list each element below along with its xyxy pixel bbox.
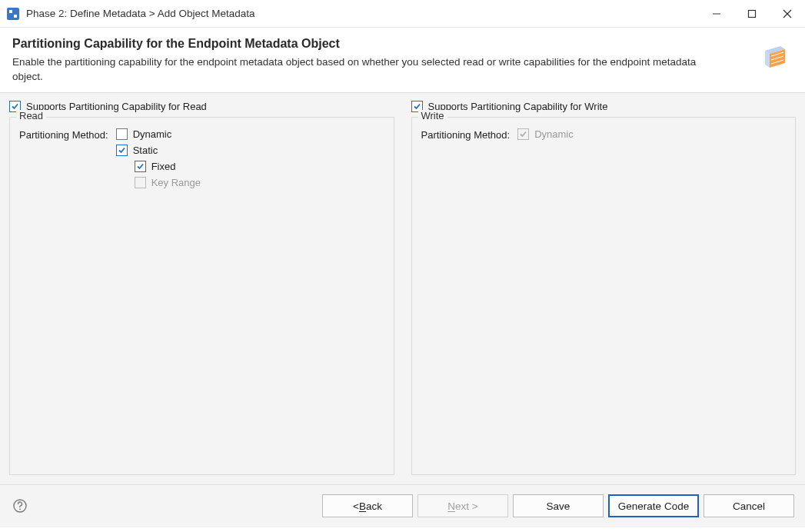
wizard-icon <box>756 37 793 74</box>
read-static-checkbox[interactable] <box>116 145 128 156</box>
svg-rect-1 <box>9 10 12 13</box>
read-static-label: Static <box>133 145 158 156</box>
read-column: Supports Partitioning Capability for Rea… <box>9 101 394 475</box>
read-fieldset: Read Partitioning Method: Dynamic Static <box>9 117 394 475</box>
next-button-suffix: ext > <box>455 500 478 512</box>
read-pm-options: Dynamic Static Fixed <box>116 128 201 188</box>
page-header: Partitioning Capability for the Endpoint… <box>0 28 805 92</box>
save-button[interactable]: Save <box>513 494 604 517</box>
read-keyrange-label: Key Range <box>151 177 201 188</box>
svg-rect-2 <box>14 15 17 18</box>
help-button[interactable] <box>11 497 29 515</box>
write-pm-options: Dynamic <box>517 128 574 140</box>
read-dynamic-label: Dynamic <box>133 128 172 140</box>
write-dynamic-label: Dynamic <box>534 128 574 140</box>
titlebar: Phase 2: Define Metadata > Add Object Me… <box>0 0 805 28</box>
svg-rect-0 <box>7 8 19 20</box>
generate-code-button-label: Generate Code <box>618 500 689 512</box>
next-button-mnemonic: N <box>447 500 455 512</box>
save-button-label: Save <box>547 500 570 512</box>
cancel-button[interactable]: Cancel <box>704 494 794 517</box>
read-fieldset-label: Read <box>16 110 46 121</box>
back-button-prefix: < <box>353 500 359 512</box>
back-button[interactable]: < Back <box>322 494 413 517</box>
read-pm-label: Partitioning Method: <box>19 128 108 141</box>
window-title: Phase 2: Define Metadata > Add Object Me… <box>26 8 255 19</box>
write-fieldset-label: Write <box>418 110 447 121</box>
supports-read-label: Supports Partitioning Capability for Rea… <box>26 101 207 112</box>
read-dynamic-checkbox[interactable] <box>116 128 128 140</box>
write-dynamic-checkbox <box>517 128 529 140</box>
app-icon <box>6 7 20 21</box>
write-column: Supports Partitioning Capability for Wri… <box>411 101 797 475</box>
read-fixed-label: Fixed <box>151 161 176 172</box>
read-keyrange-checkbox <box>135 177 146 188</box>
read-fixed-checkbox[interactable] <box>135 161 146 172</box>
window-controls <box>699 0 805 28</box>
back-button-mnemonic: B <box>359 500 366 512</box>
page-description: Enable the partitioning capability for t… <box>12 55 704 85</box>
write-fieldset: Write Partitioning Method: Dynamic <box>411 117 797 475</box>
write-pm-label: Partitioning Method: <box>421 128 511 141</box>
page-title: Partitioning Capability for the Endpoint… <box>12 37 748 51</box>
next-button: Next > <box>417 494 508 517</box>
close-button[interactable] <box>770 0 805 28</box>
generate-code-button[interactable]: Generate Code <box>608 494 699 517</box>
content-area: Supports Partitioning Capability for Rea… <box>0 92 805 484</box>
svg-rect-4 <box>749 10 756 17</box>
minimize-button[interactable] <box>699 0 734 28</box>
button-bar: < Back Next > Save Generate Code Cancel <box>0 484 805 527</box>
back-button-suffix: ack <box>366 500 382 512</box>
maximize-button[interactable] <box>734 0 770 28</box>
supports-write-label: Supports Partitioning Capability for Wri… <box>428 101 608 112</box>
cancel-button-label: Cancel <box>733 500 765 512</box>
svg-point-14 <box>19 509 21 510</box>
